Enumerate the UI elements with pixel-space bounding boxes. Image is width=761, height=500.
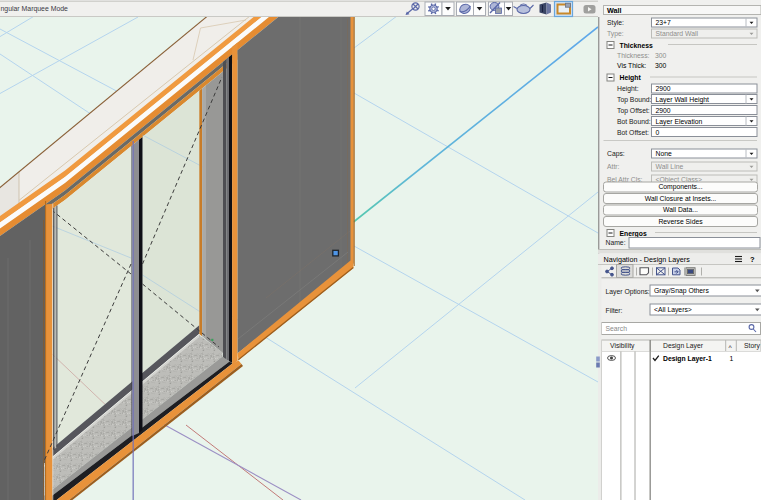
svg-text:Caps:: Caps:	[607, 150, 625, 158]
svg-text:Wall: Wall	[607, 6, 622, 15]
svg-text:Gray/Snap Others: Gray/Snap Others	[654, 287, 709, 295]
svg-text:<All Layers>: <All Layers>	[654, 306, 692, 314]
svg-text:Story: Story	[744, 342, 760, 350]
svg-text:Components...: Components...	[658, 183, 702, 191]
svg-text:Navigation - Design Layers: Navigation - Design Layers	[604, 255, 691, 264]
svg-text:Bot Offset:: Bot Offset:	[617, 129, 649, 136]
svg-text:Thickness:: Thickness:	[617, 52, 650, 59]
svg-text:Filter:: Filter:	[606, 307, 623, 314]
svg-text:ngular Marquee Mode: ngular Marquee Mode	[1, 5, 69, 13]
svg-text:Name:: Name:	[606, 239, 626, 246]
svg-text:Standard Wall: Standard Wall	[656, 30, 699, 37]
svg-text:300: 300	[655, 52, 667, 59]
svg-text:Layer Wall Height: Layer Wall Height	[656, 96, 710, 104]
svg-text:Wall Data...: Wall Data...	[663, 206, 698, 213]
svg-text:Reverse Sides: Reverse Sides	[658, 218, 703, 225]
svg-text:Layer Options:: Layer Options:	[606, 288, 650, 296]
svg-text:Search: Search	[606, 325, 628, 332]
svg-text:2900: 2900	[656, 85, 671, 92]
svg-text:Style:: Style:	[607, 19, 624, 27]
svg-text:Attr:: Attr:	[607, 163, 620, 170]
svg-text:?: ?	[750, 255, 755, 264]
svg-text:Wall Closure at Insets...: Wall Closure at Insets...	[645, 195, 717, 202]
svg-text:Bot Bound:: Bot Bound:	[617, 118, 651, 125]
svg-text:Type:: Type:	[607, 30, 624, 38]
svg-text:1: 1	[730, 355, 734, 362]
svg-text:Thickness: Thickness	[620, 42, 653, 49]
svg-text:None: None	[656, 150, 672, 157]
svg-text:300: 300	[655, 62, 667, 69]
svg-text:Visibility: Visibility	[610, 342, 635, 350]
svg-text:23+7: 23+7	[656, 19, 672, 26]
svg-text:Energos: Energos	[620, 230, 647, 238]
svg-text:Wall Line: Wall Line	[656, 163, 684, 170]
svg-text:Height: Height	[620, 74, 642, 82]
svg-text:Top Offset:: Top Offset:	[617, 107, 650, 115]
svg-text:2900: 2900	[656, 107, 671, 114]
svg-text:Top Bound:: Top Bound:	[617, 96, 652, 104]
svg-text:Vis Thick:: Vis Thick:	[617, 62, 646, 69]
svg-text:Layer Elevation: Layer Elevation	[656, 118, 703, 126]
svg-text:Height:: Height:	[617, 85, 639, 93]
svg-text:Design Layer-1: Design Layer-1	[663, 355, 712, 363]
svg-text:Design Layer: Design Layer	[663, 342, 704, 350]
svg-text:0: 0	[656, 129, 660, 136]
